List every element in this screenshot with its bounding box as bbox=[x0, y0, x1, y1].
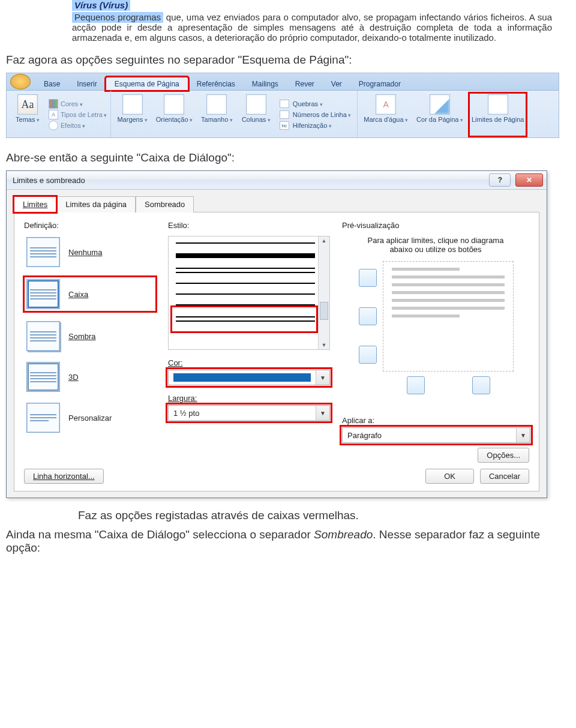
tipos-letra-icon: A bbox=[49, 110, 58, 119]
def-nenhuma[interactable]: Nenhuma bbox=[24, 236, 156, 268]
instruction-2: Abre-se então a seguinte "Caixa de Diálo… bbox=[6, 151, 570, 164]
margens-icon bbox=[122, 94, 143, 115]
cancel-button[interactable]: Cancelar bbox=[480, 469, 529, 484]
cor-dropdown-icon[interactable]: ▼ bbox=[316, 370, 329, 385]
help-button[interactable]: ? bbox=[489, 173, 511, 187]
temas-button[interactable]: Aa Temas bbox=[10, 93, 45, 136]
border-left-toggle[interactable] bbox=[407, 376, 425, 394]
close-button[interactable]: ✕ bbox=[515, 173, 543, 187]
def-personalizar-icon bbox=[26, 403, 60, 433]
tamanho-icon bbox=[206, 94, 227, 115]
scroll-down-icon[interactable]: ▼ bbox=[322, 342, 327, 348]
cor-label: Cor: bbox=[168, 358, 330, 367]
virus-definition: Pequenos programas que, uma vez enviados… bbox=[6, 12, 552, 43]
ribbon-tab-esquema-pagina[interactable]: Esquema de Página bbox=[106, 77, 188, 91]
ribbon-tab-inserir[interactable]: Inserir bbox=[68, 77, 105, 90]
aplicar-label: Aplicar a: bbox=[342, 416, 529, 425]
largura-value: 1 ½ pto bbox=[169, 406, 316, 420]
margens-button[interactable]: Margens bbox=[115, 93, 149, 136]
definition-hl-start: Pequenos programas bbox=[72, 12, 163, 23]
border-middle-toggle[interactable] bbox=[359, 307, 377, 325]
instruction-4: Ainda na mesma "Caixa de Diálogo" selecc… bbox=[6, 528, 570, 555]
definicao-label: Definição: bbox=[24, 221, 156, 230]
largura-dropdown-icon[interactable]: ▼ bbox=[316, 406, 329, 420]
orientacao-icon bbox=[164, 94, 184, 115]
scroll-thumb[interactable] bbox=[320, 302, 328, 320]
cor-pagina-button[interactable]: Cor da Página bbox=[414, 93, 466, 136]
virus-title: Vírus (Vírus) bbox=[74, 0, 128, 10]
temas-icon: Aa bbox=[17, 94, 38, 115]
ribbon-tab-ver[interactable]: Ver bbox=[323, 77, 350, 90]
ribbon-tab-rever[interactable]: Rever bbox=[287, 77, 323, 90]
style-selected-highlight bbox=[172, 307, 316, 331]
dialog-tab-limites-pagina[interactable]: Limites da página bbox=[56, 196, 136, 212]
largura-combo[interactable]: 1 ½ pto ▼ bbox=[168, 405, 330, 421]
dialog-tab-sombreado[interactable]: Sombreado bbox=[136, 196, 194, 212]
limites-pagina-icon bbox=[488, 94, 508, 115]
estilo-label: Estilo: bbox=[168, 221, 330, 230]
aplicar-dropdown-icon[interactable]: ▼ bbox=[516, 428, 530, 442]
def-3d-icon bbox=[26, 362, 60, 392]
efeitos-icon bbox=[49, 121, 58, 130]
opcoes-button[interactable]: Opções... bbox=[478, 448, 529, 463]
cor-pagina-icon bbox=[430, 94, 450, 115]
aplicar-value: Parágrafo bbox=[343, 428, 516, 442]
quebras-dropdown[interactable]: Quebras bbox=[280, 99, 351, 109]
instruction-3: Faz as opções registadas através de caix… bbox=[6, 509, 570, 522]
def-3d[interactable]: 3D bbox=[24, 361, 156, 393]
preview-hint: Para aplicar limites, clique no diagrama… bbox=[364, 236, 508, 254]
def-caixa-icon bbox=[26, 279, 60, 309]
largura-label: Largura: bbox=[168, 394, 330, 403]
cores-dropdown[interactable]: Cores bbox=[49, 99, 107, 109]
dialog-title-text: Limites e sombreado bbox=[13, 176, 85, 185]
marca-agua-icon: A bbox=[376, 94, 396, 115]
def-sombra[interactable]: Sombra bbox=[24, 320, 156, 352]
orientacao-button[interactable]: Orientação bbox=[154, 93, 195, 136]
ribbon-tab-base[interactable]: Base bbox=[35, 77, 68, 90]
limites-pagina-button[interactable]: Limites de Página bbox=[469, 93, 526, 136]
border-top-toggle[interactable] bbox=[359, 269, 377, 287]
tamanho-button[interactable]: Tamanho bbox=[199, 93, 235, 136]
temas-label: Temas bbox=[16, 116, 40, 123]
instruction-1: Faz agora as opções seguintes no separad… bbox=[6, 53, 570, 67]
scroll-up-icon[interactable]: ▲ bbox=[322, 238, 327, 244]
numeros-linha-icon bbox=[280, 110, 289, 119]
office-button-icon[interactable] bbox=[10, 74, 31, 89]
definicao-column: Definição: Nenhuma Caixa Sombra bbox=[24, 221, 156, 463]
style-scrollbar[interactable]: ▲ ▼ bbox=[318, 236, 329, 349]
ok-button[interactable]: OK bbox=[425, 469, 474, 484]
tipos-letra-dropdown[interactable]: ATipos de Letra bbox=[49, 110, 107, 119]
dialog-titlebar: Limites e sombreado ? ✕ bbox=[7, 171, 547, 190]
hifenizacao-dropdown[interactable]: bcHifenização bbox=[280, 121, 351, 130]
border-right-toggle[interactable] bbox=[472, 376, 490, 394]
style-listbox[interactable]: ▲ ▼ bbox=[168, 236, 330, 350]
ribbon-tab-mailings[interactable]: Mailings bbox=[244, 77, 287, 90]
aplicar-combo[interactable]: Parágrafo ▼ bbox=[342, 427, 530, 443]
ribbon-tab-referencias[interactable]: Referências bbox=[188, 77, 244, 90]
efeitos-dropdown[interactable]: Efeitos bbox=[49, 121, 107, 130]
preview-page[interactable] bbox=[383, 261, 514, 372]
hifenizacao-icon: bc bbox=[280, 121, 289, 130]
word-ribbon: Base Inserir Esquema de Página Referênci… bbox=[6, 73, 559, 138]
def-nenhuma-icon bbox=[26, 237, 60, 267]
def-caixa[interactable]: Caixa bbox=[24, 277, 156, 311]
cor-combo[interactable]: ▼ bbox=[168, 370, 330, 385]
preview-column: Pré-visualização Para aplicar limites, c… bbox=[342, 221, 529, 463]
preview-label: Pré-visualização bbox=[342, 221, 399, 230]
estilo-column: Estilo: ▲ ▼ bbox=[168, 221, 330, 463]
border-bottom-toggle[interactable] bbox=[359, 346, 377, 364]
borders-shading-dialog: Limites e sombreado ? ✕ Limites Limites … bbox=[6, 170, 547, 498]
ribbon-tab-programador[interactable]: Programador bbox=[350, 77, 409, 90]
colunas-button[interactable]: Colunas bbox=[239, 93, 274, 136]
linha-horizontal-button[interactable]: Linha horizontal... bbox=[24, 469, 104, 484]
def-sombra-icon bbox=[26, 321, 60, 351]
colunas-icon bbox=[246, 94, 266, 115]
quebras-icon bbox=[280, 100, 289, 108]
cores-icon bbox=[49, 99, 58, 109]
marca-agua-button[interactable]: AMarca d'água bbox=[361, 93, 410, 136]
numeros-linha-dropdown[interactable]: Números de Linha bbox=[280, 110, 351, 119]
dialog-tab-limites[interactable]: Limites bbox=[14, 196, 56, 212]
cor-value bbox=[169, 370, 316, 385]
def-personalizar[interactable]: Personalizar bbox=[24, 402, 156, 434]
